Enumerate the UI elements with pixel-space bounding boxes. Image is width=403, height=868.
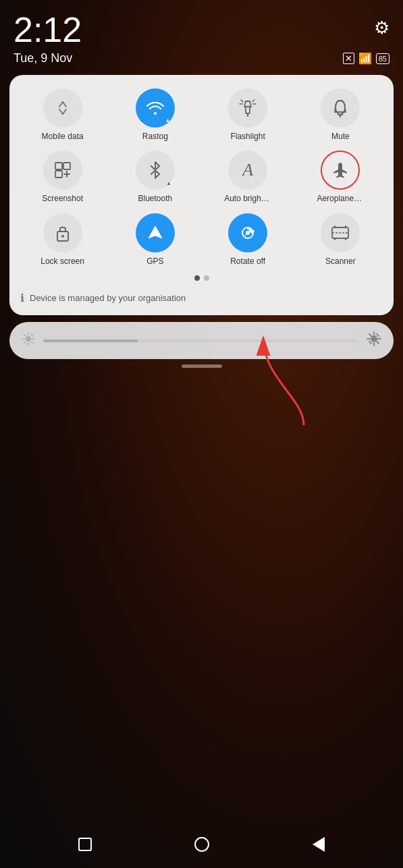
brightness-track[interactable] [43, 340, 358, 342]
svg-line-43 [377, 342, 379, 344]
brightness-fill [43, 340, 138, 342]
dot-2 [204, 275, 209, 281]
battery-indicator: 85 [376, 53, 389, 64]
bluetooth-label: Bluetooth [138, 194, 173, 203]
svg-point-18 [61, 235, 64, 238]
clock: 2:12 [14, 12, 82, 47]
svg-line-6 [241, 100, 243, 102]
mobile-data-icon [43, 88, 82, 128]
recents-button[interactable] [78, 838, 92, 851]
qs-tile-screenshot[interactable]: Screenshot [18, 148, 107, 206]
managed-notice: ℹ Device is managed by your organisation [18, 288, 385, 306]
screenshot-icon [43, 151, 82, 190]
svg-line-1 [63, 102, 66, 107]
nav-bar [0, 821, 403, 868]
qs-tile-flashlight[interactable]: Flashlight [203, 86, 293, 144]
svg-line-7 [252, 100, 254, 102]
home-button[interactable] [194, 837, 209, 852]
qs-tile-auto-brightness[interactable]: A Auto bright… [203, 148, 293, 206]
rotate-off-label: Rotate off [230, 256, 265, 266]
dot-1 [194, 275, 200, 281]
svg-rect-14 [55, 171, 62, 178]
info-icon: ℹ [20, 292, 24, 304]
svg-line-34 [32, 342, 33, 344]
lock-screen-label: Lock screen [41, 256, 84, 266]
date-row: Tue, 9 Nov ✕ 📶 85 [0, 50, 403, 71]
flashlight-label: Flashlight [230, 132, 265, 141]
qs-tile-aeroplane[interactable]: Aeroplane m… [296, 148, 385, 206]
brightness-slider[interactable] [9, 322, 394, 359]
gps-icon [136, 213, 175, 252]
aeroplane-icon [321, 151, 360, 190]
screenshot-label: Screenshot [42, 194, 83, 203]
managed-notice-text: Device is managed by your organisation [30, 293, 186, 303]
aeroplane-label: Aeroplane m… [317, 194, 364, 203]
back-icon [313, 837, 325, 852]
status-bar: 2:12 ⚙ [0, 0, 403, 50]
wifi-status-icon: 📶 [358, 52, 372, 65]
home-icon [194, 837, 209, 852]
qs-tile-scanner[interactable]: Scanner [296, 211, 385, 269]
rotate-off-icon [228, 213, 267, 252]
qs-tile-gps[interactable]: GPS [110, 211, 200, 269]
recents-icon [78, 838, 92, 851]
notification-x-icon: ✕ [343, 53, 354, 64]
page-dots [18, 275, 385, 281]
svg-line-3 [63, 109, 66, 114]
qs-grid: Mobile data ▲ Rastog [18, 86, 385, 269]
svg-point-28 [26, 336, 31, 342]
svg-line-45 [369, 342, 371, 344]
scanner-icon [321, 213, 360, 252]
qs-tile-mobile-data[interactable]: Mobile data [18, 86, 107, 144]
scroll-handle [0, 364, 403, 368]
date-label: Tue, 9 Nov [14, 51, 72, 65]
auto-brightness-icon: A [228, 151, 267, 190]
svg-line-33 [24, 335, 26, 336]
mute-label: Mute [331, 132, 350, 141]
svg-rect-4 [246, 107, 250, 113]
lock-screen-icon [43, 213, 82, 252]
qs-tile-mute[interactable]: Mute [296, 86, 385, 144]
mute-icon [321, 88, 360, 128]
brightness-high-icon [367, 331, 381, 350]
svg-line-2 [59, 109, 63, 114]
qs-tile-wifi[interactable]: ▲ Rastog [110, 86, 200, 144]
back-button[interactable] [313, 837, 325, 852]
qs-tile-lock-screen[interactable]: Lock screen [18, 211, 107, 269]
status-icons: ✕ 📶 85 [343, 52, 389, 65]
brightness-low-icon [22, 332, 35, 349]
qs-tile-rotate-off[interactable]: Rotate off [203, 211, 293, 269]
svg-line-35 [32, 335, 33, 336]
svg-rect-12 [55, 163, 62, 169]
settings-icon[interactable]: ⚙ [374, 18, 389, 38]
svg-rect-13 [63, 163, 70, 169]
handle-bar [182, 364, 222, 368]
flashlight-icon [228, 88, 267, 128]
wifi-icon: ▲ [136, 88, 175, 128]
mobile-data-label: Mobile data [42, 132, 84, 141]
gps-label: GPS [146, 256, 163, 266]
auto-brightness-label: Auto bright… [224, 194, 271, 203]
svg-line-42 [369, 334, 371, 336]
scanner-label: Scanner [325, 256, 356, 266]
wifi-label: Rastog [142, 132, 168, 141]
bluetooth-icon: ▲ [136, 151, 175, 190]
svg-line-0 [59, 102, 63, 107]
svg-line-36 [24, 342, 26, 344]
qs-tile-bluetooth[interactable]: ▲ Bluetooth [110, 148, 200, 206]
quick-settings-panel: Mobile data ▲ Rastog [9, 75, 394, 315]
svg-line-44 [377, 334, 379, 336]
